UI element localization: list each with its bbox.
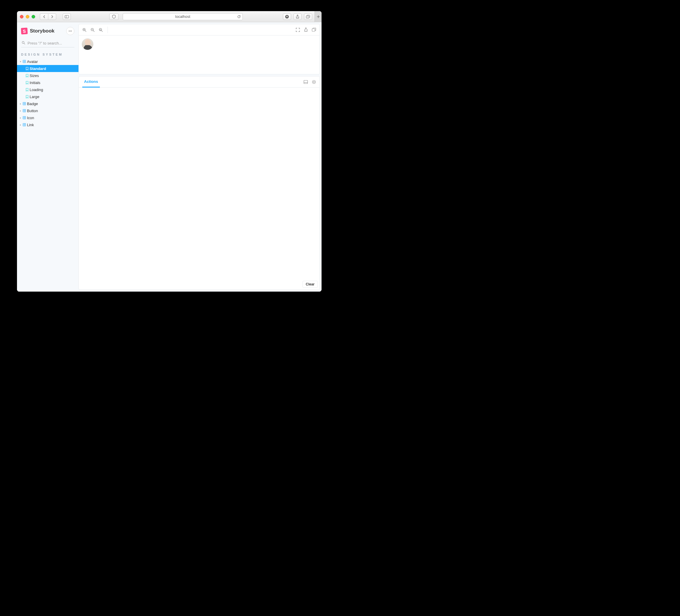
svg-point-5 xyxy=(69,31,70,32)
reload-icon[interactable] xyxy=(237,15,241,19)
section-title: DESIGN SYSTEM xyxy=(17,50,79,58)
tab-actions[interactable]: Actions xyxy=(82,77,100,88)
brand-title: Storybook xyxy=(30,28,64,34)
panel-position-icon[interactable] xyxy=(304,77,308,87)
tree-label: Sizes xyxy=(30,74,39,78)
story-icon xyxy=(26,81,28,84)
svg-point-6 xyxy=(70,31,71,32)
tree-component-avatar[interactable]: ▾ Avatar xyxy=(17,58,79,65)
component-icon xyxy=(23,116,26,119)
component-icon xyxy=(23,109,26,112)
sidebar-header: S Storybook xyxy=(17,27,79,39)
zoom-out-icon[interactable] xyxy=(90,28,94,32)
minimize-window-button[interactable] xyxy=(26,15,29,19)
close-panel-icon[interactable] xyxy=(312,77,316,87)
component-icon xyxy=(23,123,26,126)
fullscreen-window-button[interactable] xyxy=(32,15,35,19)
svg-line-9 xyxy=(24,43,25,44)
menu-button[interactable] xyxy=(66,27,75,35)
story-icon xyxy=(26,95,28,98)
tree-label: Icon xyxy=(27,116,34,120)
zoom-reset-icon[interactable] xyxy=(99,28,103,32)
tree-component-badge[interactable]: ▸ Badge xyxy=(17,100,79,107)
forward-button[interactable] xyxy=(48,13,56,20)
svg-rect-4 xyxy=(306,16,309,18)
svg-rect-36 xyxy=(304,80,308,83)
preview-canvas xyxy=(79,35,319,74)
tree-story-initials[interactable]: Initials xyxy=(17,79,79,86)
open-new-tab-icon[interactable] xyxy=(304,28,308,32)
tree-label: Loading xyxy=(30,88,43,92)
tree-label: Standard xyxy=(30,66,46,71)
tree-label: Button xyxy=(27,109,38,113)
close-window-button[interactable] xyxy=(20,15,23,19)
share-button[interactable] xyxy=(293,13,302,20)
window-controls xyxy=(20,15,35,19)
fullscreen-icon[interactable] xyxy=(296,28,300,32)
tree-label: Avatar xyxy=(27,59,38,64)
tree-story-standard[interactable]: Standard xyxy=(17,65,79,72)
preview-toolbar xyxy=(79,24,319,35)
caret-right-icon: ▸ xyxy=(19,110,22,112)
address-bar[interactable]: localhost xyxy=(123,13,243,20)
privacy-report-button[interactable] xyxy=(109,13,119,20)
svg-rect-0 xyxy=(65,15,69,18)
tab-label: Actions xyxy=(84,79,98,84)
tree-component-icon[interactable]: ▸ Icon xyxy=(17,114,79,121)
tree-component-button[interactable]: ▸ Button xyxy=(17,107,79,114)
tree-story-sizes[interactable]: Sizes xyxy=(17,72,79,79)
caret-right-icon: ▸ xyxy=(19,117,22,119)
copy-link-icon[interactable] xyxy=(312,28,316,32)
storybook-app: S Storybook DESIGN SYSTEM ▾ Avatar xyxy=(17,22,321,292)
svg-rect-35 xyxy=(312,29,315,31)
safari-window: localhost S Storybook xyxy=(17,11,321,292)
tree-label: Initials xyxy=(30,81,40,85)
preview-panel xyxy=(79,24,320,75)
addons-panel: Actions Clear xyxy=(79,76,320,290)
tabs-button[interactable] xyxy=(304,13,312,20)
zoom-in-icon[interactable] xyxy=(82,28,86,32)
story-icon xyxy=(26,67,28,70)
caret-right-icon: ▸ xyxy=(19,123,22,126)
svg-line-26 xyxy=(85,30,86,32)
svg-point-7 xyxy=(71,31,72,32)
story-tree: ▾ Avatar Standard Sizes Initials xyxy=(17,58,79,128)
search-input[interactable] xyxy=(21,39,75,48)
caret-right-icon: ▸ xyxy=(19,102,22,105)
downloads-button[interactable] xyxy=(283,13,291,20)
search-icon xyxy=(22,41,25,45)
tree-label: Badge xyxy=(27,101,38,106)
nav-buttons xyxy=(40,13,56,20)
main-panel: Actions Clear xyxy=(79,22,321,292)
component-icon xyxy=(23,102,26,105)
clear-button[interactable]: Clear xyxy=(303,281,318,288)
tree-component-link[interactable]: ▸ Link xyxy=(17,121,79,128)
search-wrap xyxy=(17,39,79,50)
tree-label: Link xyxy=(27,123,34,127)
story-icon xyxy=(26,88,28,91)
component-icon xyxy=(23,60,26,63)
address-text: localhost xyxy=(175,14,190,19)
tree-story-large[interactable]: Large xyxy=(17,93,79,100)
browser-titlebar: localhost xyxy=(17,11,321,22)
sidebar: S Storybook DESIGN SYSTEM ▾ Avatar xyxy=(17,22,79,292)
svg-line-33 xyxy=(101,30,103,32)
caret-down-icon: ▾ xyxy=(19,60,22,63)
addons-tabs: Actions xyxy=(79,77,319,88)
tree-label: Large xyxy=(30,94,39,99)
storybook-logo-icon: S xyxy=(21,28,28,34)
svg-point-8 xyxy=(22,41,24,43)
titlebar-right xyxy=(283,13,312,20)
story-icon xyxy=(26,74,28,77)
tree-story-loading[interactable]: Loading xyxy=(17,86,79,93)
svg-line-30 xyxy=(93,30,94,32)
toolbar-separator xyxy=(108,27,108,33)
back-button[interactable] xyxy=(40,13,48,20)
sidebar-toggle-button[interactable] xyxy=(63,13,71,20)
avatar xyxy=(82,38,93,50)
